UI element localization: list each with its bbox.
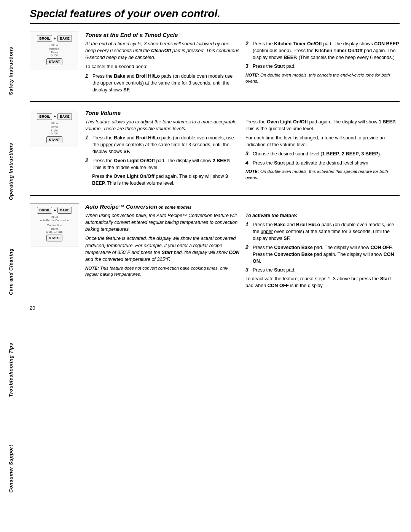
tones-step-3-text: Press the Start pad. [253,63,400,70]
auto-recipe-title-main: Auto Recipe™ Conversion [85,203,157,210]
tones-cancel-label: To cancel the 6-second beep: [85,63,239,70]
bake-key-3: Bake [57,207,72,214]
content-tones: Tones at the End of a Timed Cycle At the… [85,32,400,95]
start-group-1: Start [32,58,76,65]
start-group-2: Start [32,136,76,143]
tones-step-1-text: Press the Bake and Broil Hi/Lo pads (on … [92,73,239,93]
tones-right: 2 Press the Kitchen Timer On/Off pad. Th… [245,40,400,95]
tones-step-2-text: Press the Kitchen Timer On/Off pad. The … [253,40,400,61]
volume-intro-text: This feature allows you to adjust the to… [85,119,236,131]
broil-key-2: Broil [37,113,52,120]
section-auto-recipe: Broil + Bake Hi/Lo Auto Recipe Conversio… [30,203,400,297]
hi-lo-label: Hi/Lo [32,43,76,47]
sidebar-item-care: Care and Cleaning [8,248,14,295]
sidebar-item-troubleshooting: Troubleshooting Tips [8,343,14,397]
volume-3beep-para: Press the Oven Light On/Off pad again. T… [92,173,239,187]
volume-right: Press the Oven Light On/Off pad again. T… [245,118,400,189]
section-title-tones: Tones at the End of a Timed Cycle [85,32,400,38]
auto-step-num-3: 3 [245,267,251,273]
sidebar: Safety Instructions Operating Instructio… [0,0,22,532]
section-body-volume: This feature allows you to adjust the to… [85,118,400,189]
tones-intro: At the end of a timed cycle, 3 short bee… [85,40,239,61]
start-group-3: Start [32,235,76,241]
keypad-tones: Broil + Bake Hi/Lo KitchenTimer On/Off S… [30,32,79,95]
auto-recipe-label-group: Auto Recipe Conversion [32,219,76,222]
auto-right: To activate the feature: 1 Press the Bak… [245,212,400,291]
section-title-volume: Tone Volume [85,110,400,116]
auto-step-1: 1 Press the Bake and Broil Hi/Lo pads (o… [245,221,400,242]
auto-intro-2: Once the feature is activated, the displ… [85,235,239,263]
volume-step-3-text: Choose the desired sound level (1 BEEP, … [253,150,400,157]
bake-key-2: Bake [57,113,72,120]
tones-left: At the end of a timed cycle, 3 short bee… [85,40,239,95]
auto-recipe-label: Auto Recipe Conversion [40,219,69,222]
content-tone-volume: Tone Volume This feature allows you to a… [85,110,400,189]
sidebar-item-operating: Operating Instructions [8,143,14,200]
section-tones: Broil + Bake Hi/Lo KitchenTimer On/Off S… [30,32,400,102]
auto-intro-2-text: Once the feature is activated, the displ… [85,236,239,262]
auto-deactivate: To deactivate the feature, repeat steps … [245,275,400,289]
sidebar-item-safety: Safety Instructions [8,47,14,95]
volume-step-4: 4 Press the Start pad to activate the de… [245,160,400,166]
auto-intro-1-text: When using convection bake, the Auto Rec… [85,213,237,232]
auto-step-3-text: Press the Start pad. [253,267,400,273]
start-key-2: Start [46,136,62,143]
plus-sign: + [54,37,56,41]
keypad-box-volume: Broil + Bake Hi/Lo OvenLight On/Off Star… [30,110,79,148]
plus-sign-3: + [54,208,56,212]
broil-key: Broil [37,35,52,42]
tones-note: NOTE: On double oven models, this cancel… [245,72,400,84]
keypad-box-tones: Broil + Bake Hi/Lo KitchenTimer On/Off S… [30,32,79,70]
volume-left: This feature allows you to adjust the to… [85,118,239,189]
section-body-tones: At the end of a timed cycle, 3 short bee… [85,40,400,95]
volume-note: NOTE: On double oven models, this activa… [245,168,400,181]
auto-step-num-2: 2 [245,244,251,251]
sidebar-item-consumer: Consumer Support [8,445,14,493]
hi-lo-label-3: Hi/Lo [32,215,76,219]
convection-bake-label: ConvectionBake [47,224,62,230]
tones-step-2: 2 Press the Kitchen Timer On/Off pad. Th… [245,40,400,61]
broil-key-3: Broil [37,207,52,214]
convection-bake-group: ConvectionBake Multi / 1 Rack [32,223,76,233]
start-key-3: Start [46,235,62,241]
volume-step-2: 2 Press the Oven Light On/Off pad. The d… [85,157,239,171]
volume-tone-info: For each time the level is changed, a to… [245,134,400,148]
auto-left: When using convection bake, the Auto Rec… [85,212,239,291]
auto-note: NOTE: This feature does not convert conv… [85,265,239,277]
volume-1beep-para: Press the Oven Light On/Off pad again. T… [245,118,400,132]
keypad-auto-recipe: Broil + Bake Hi/Lo Auto Recipe Conversio… [30,203,79,291]
step-num-1: 1 [85,73,91,79]
keypad-box-auto: Broil + Bake Hi/Lo Auto Recipe Conversio… [30,203,79,246]
volume-step-3: 3 Choose the desired sound level (1 BEEP… [245,150,400,157]
oven-light-label: OvenLight [51,125,58,132]
kitchen-timer-label: KitchenTimer [49,47,60,54]
volume-step-1: 1 Press the Bake and Broil Hi/Lo pads (o… [85,134,239,155]
auto-step-2-text: Press the Convection Bake pad. The displ… [253,244,400,265]
auto-intro-1: When using convection bake, the Auto Rec… [85,212,239,233]
page-title: Special features of your oven control. [30,8,400,24]
oven-light-group: OvenLight On/Off [32,125,76,135]
volume-step-2-text: Press the Oven Light On/Off pad. The dis… [92,157,239,171]
volume-step-1-text: Press the Bake and Broil Hi/Lo pads (on … [92,134,239,155]
vol-step-num-3: 3 [245,150,251,157]
bake-key: Bake [57,35,72,42]
section-tone-volume: Broil + Bake Hi/Lo OvenLight On/Off Star… [30,110,400,196]
oven-light-sublabel: On/Off [51,132,59,135]
volume-step-4-text: Press the Start pad to activate the desi… [253,160,400,166]
auto-step-1-text: Press the Bake and Broil Hi/Lo pads (on … [253,221,400,242]
section-title-auto: Auto Recipe™ Conversion on some models [85,203,400,210]
volume-intro: This feature allows you to adjust the to… [85,118,239,132]
step-num-2: 2 [245,40,251,47]
start-key-1: Start [46,58,62,65]
keypad-tone-volume: Broil + Bake Hi/Lo OvenLight On/Off Star… [30,110,79,189]
tones-step-3: 3 Press the Start pad. [245,63,400,70]
page-number: 20 [30,305,400,311]
section-body-auto: When using convection bake, the Auto Rec… [85,212,400,291]
content-auto-recipe: Auto Recipe™ Conversion on some models W… [85,203,400,291]
auto-step-num-1: 1 [245,221,251,228]
step-num-3: 3 [245,63,251,69]
auto-recipe-title-suffix: on some models [157,205,191,209]
hi-lo-label-2: Hi/Lo [32,121,76,125]
tones-intro-text: At the end of a timed cycle, 3 short bee… [85,41,239,60]
kitchen-timer-sublabel: On/Off [51,54,59,57]
